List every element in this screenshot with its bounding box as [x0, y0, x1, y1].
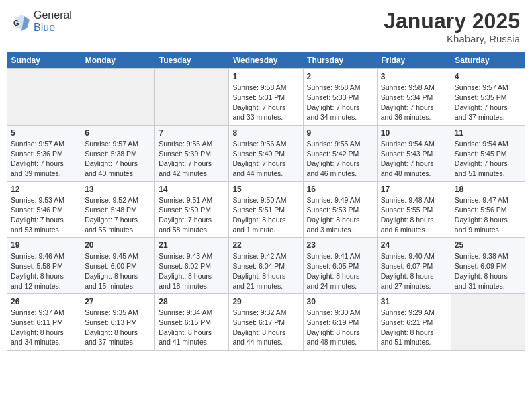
table-row — [7, 69, 81, 126]
day-number: 23 — [307, 240, 373, 250]
col-thursday: Thursday — [303, 52, 377, 69]
col-tuesday: Tuesday — [155, 52, 229, 69]
day-number: 19 — [11, 240, 77, 250]
day-number: 21 — [159, 240, 225, 250]
table-row: 19Sunrise: 9:46 AM Sunset: 5:58 PM Dayli… — [7, 238, 81, 294]
logo-text: General Blue — [34, 9, 72, 34]
day-number: 2 — [307, 72, 373, 81]
week-row-3: 12Sunrise: 9:53 AM Sunset: 5:46 PM Dayli… — [7, 181, 525, 238]
table-row: 31Sunrise: 9:29 AM Sunset: 6:21 PM Dayli… — [377, 294, 451, 351]
day-info: Sunrise: 9:40 AM Sunset: 6:07 PM Dayligh… — [381, 251, 447, 291]
week-row-4: 19Sunrise: 9:46 AM Sunset: 5:58 PM Dayli… — [7, 238, 525, 294]
table-row: 18Sunrise: 9:47 AM Sunset: 5:56 PM Dayli… — [451, 181, 525, 238]
day-number: 8 — [232, 128, 299, 138]
day-number: 13 — [85, 185, 151, 194]
table-row: 11Sunrise: 9:54 AM Sunset: 5:45 PM Dayli… — [451, 125, 525, 181]
table-row: 29Sunrise: 9:32 AM Sunset: 6:17 PM Dayli… — [229, 294, 303, 351]
day-info: Sunrise: 9:58 AM Sunset: 5:34 PM Dayligh… — [381, 83, 447, 122]
day-info: Sunrise: 9:29 AM Sunset: 6:21 PM Dayligh… — [381, 308, 447, 347]
table-row: 16Sunrise: 9:49 AM Sunset: 5:53 PM Dayli… — [303, 181, 377, 238]
day-number: 20 — [85, 240, 151, 250]
day-number: 4 — [455, 72, 521, 81]
table-row: 15Sunrise: 9:50 AM Sunset: 5:51 PM Dayli… — [229, 181, 303, 238]
day-info: Sunrise: 9:57 AM Sunset: 5:38 PM Dayligh… — [85, 139, 151, 179]
day-number: 18 — [455, 185, 521, 194]
logo: G General Blue — [12, 9, 72, 34]
logo-icon: G — [12, 12, 31, 31]
day-number: 5 — [11, 128, 77, 138]
table-row: 26Sunrise: 9:37 AM Sunset: 6:11 PM Dayli… — [7, 294, 81, 351]
day-info: Sunrise: 9:49 AM Sunset: 5:53 PM Dayligh… — [307, 195, 373, 235]
day-number: 14 — [159, 185, 225, 194]
title-block: January 2025 Khabary, Russia — [384, 9, 520, 44]
table-row: 20Sunrise: 9:45 AM Sunset: 6:00 PM Dayli… — [81, 238, 155, 294]
table-row: 14Sunrise: 9:51 AM Sunset: 5:50 PM Dayli… — [155, 181, 229, 238]
svg-text:G: G — [13, 19, 19, 27]
day-info: Sunrise: 9:38 AM Sunset: 6:09 PM Dayligh… — [455, 251, 521, 291]
day-info: Sunrise: 9:56 AM Sunset: 5:40 PM Dayligh… — [232, 139, 299, 179]
table-row — [155, 69, 229, 126]
day-number: 17 — [381, 185, 447, 194]
table-row: 13Sunrise: 9:52 AM Sunset: 5:48 PM Dayli… — [81, 181, 155, 238]
day-number: 10 — [381, 128, 447, 138]
week-row-2: 5Sunrise: 9:57 AM Sunset: 5:36 PM Daylig… — [7, 125, 525, 181]
table-row: 2Sunrise: 9:58 AM Sunset: 5:33 PM Daylig… — [303, 69, 377, 126]
day-number: 1 — [232, 72, 299, 81]
col-sunday: Sunday — [7, 52, 81, 69]
col-wednesday: Wednesday — [229, 52, 303, 69]
logo-general: General — [34, 9, 72, 21]
day-info: Sunrise: 9:32 AM Sunset: 6:17 PM Dayligh… — [232, 308, 299, 347]
table-row: 25Sunrise: 9:38 AM Sunset: 6:09 PM Dayli… — [451, 238, 525, 294]
table-row: 5Sunrise: 9:57 AM Sunset: 5:36 PM Daylig… — [7, 125, 81, 181]
day-number: 16 — [307, 185, 373, 194]
table-row — [81, 69, 155, 126]
day-info: Sunrise: 9:58 AM Sunset: 5:33 PM Dayligh… — [307, 83, 373, 122]
table-row: 12Sunrise: 9:53 AM Sunset: 5:46 PM Dayli… — [7, 181, 81, 238]
month-title: January 2025 — [384, 9, 520, 33]
calendar-table: Sunday Monday Tuesday Wednesday Thursday… — [7, 52, 525, 351]
location: Khabary, Russia — [384, 33, 520, 44]
page-header: G General Blue January 2025 Khabary, Rus… — [7, 7, 525, 47]
day-info: Sunrise: 9:51 AM Sunset: 5:50 PM Dayligh… — [159, 195, 225, 235]
day-number: 7 — [159, 128, 225, 138]
table-row: 4Sunrise: 9:57 AM Sunset: 5:35 PM Daylig… — [451, 69, 525, 126]
table-row: 17Sunrise: 9:48 AM Sunset: 5:55 PM Dayli… — [377, 181, 451, 238]
table-row: 27Sunrise: 9:35 AM Sunset: 6:13 PM Dayli… — [81, 294, 155, 351]
day-number: 24 — [381, 240, 447, 250]
day-info: Sunrise: 9:57 AM Sunset: 5:36 PM Dayligh… — [11, 139, 77, 179]
logo-blue: Blue — [34, 21, 55, 33]
table-row: 22Sunrise: 9:42 AM Sunset: 6:04 PM Dayli… — [229, 238, 303, 294]
table-row: 10Sunrise: 9:54 AM Sunset: 5:43 PM Dayli… — [377, 125, 451, 181]
table-row: 21Sunrise: 9:43 AM Sunset: 6:02 PM Dayli… — [155, 238, 229, 294]
table-row: 6Sunrise: 9:57 AM Sunset: 5:38 PM Daylig… — [81, 125, 155, 181]
day-number: 12 — [11, 185, 77, 194]
day-info: Sunrise: 9:35 AM Sunset: 6:13 PM Dayligh… — [85, 308, 151, 347]
day-number: 3 — [381, 72, 447, 81]
day-info: Sunrise: 9:45 AM Sunset: 6:00 PM Dayligh… — [85, 251, 151, 291]
day-number: 22 — [232, 240, 299, 250]
day-number: 28 — [159, 297, 225, 306]
table-row: 8Sunrise: 9:56 AM Sunset: 5:40 PM Daylig… — [229, 125, 303, 181]
table-row: 24Sunrise: 9:40 AM Sunset: 6:07 PM Dayli… — [377, 238, 451, 294]
day-info: Sunrise: 9:30 AM Sunset: 6:19 PM Dayligh… — [307, 308, 373, 347]
calendar-header-row: Sunday Monday Tuesday Wednesday Thursday… — [7, 52, 525, 69]
day-number: 15 — [232, 185, 299, 194]
day-number: 11 — [455, 128, 521, 138]
table-row: 7Sunrise: 9:56 AM Sunset: 5:39 PM Daylig… — [155, 125, 229, 181]
table-row: 30Sunrise: 9:30 AM Sunset: 6:19 PM Dayli… — [303, 294, 377, 351]
day-info: Sunrise: 9:47 AM Sunset: 5:56 PM Dayligh… — [455, 195, 521, 235]
day-info: Sunrise: 9:54 AM Sunset: 5:43 PM Dayligh… — [381, 139, 447, 179]
day-info: Sunrise: 9:56 AM Sunset: 5:39 PM Dayligh… — [159, 139, 225, 179]
day-info: Sunrise: 9:37 AM Sunset: 6:11 PM Dayligh… — [11, 308, 77, 347]
day-number: 26 — [11, 297, 77, 306]
week-row-5: 26Sunrise: 9:37 AM Sunset: 6:11 PM Dayli… — [7, 294, 525, 351]
day-number: 27 — [85, 297, 151, 306]
day-info: Sunrise: 9:58 AM Sunset: 5:31 PM Dayligh… — [232, 83, 299, 122]
day-info: Sunrise: 9:54 AM Sunset: 5:45 PM Dayligh… — [455, 139, 521, 179]
day-info: Sunrise: 9:48 AM Sunset: 5:55 PM Dayligh… — [381, 195, 447, 235]
day-number: 31 — [381, 297, 447, 306]
day-number: 25 — [455, 240, 521, 250]
table-row: 1Sunrise: 9:58 AM Sunset: 5:31 PM Daylig… — [229, 69, 303, 126]
day-info: Sunrise: 9:42 AM Sunset: 6:04 PM Dayligh… — [232, 251, 299, 291]
table-row: 3Sunrise: 9:58 AM Sunset: 5:34 PM Daylig… — [377, 69, 451, 126]
